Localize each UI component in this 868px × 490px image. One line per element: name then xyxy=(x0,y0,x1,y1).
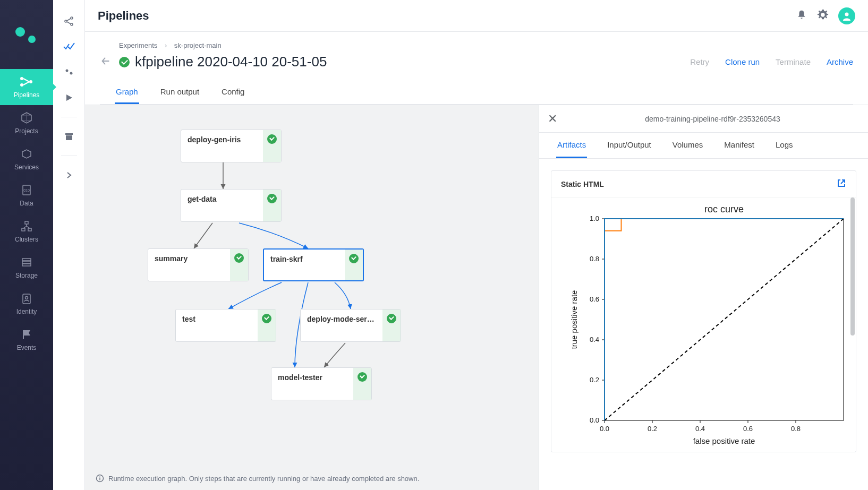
check-icon xyxy=(345,250,363,280)
bell-icon[interactable] xyxy=(796,9,807,22)
graph-canvas[interactable]: deploy-gen-iris get-data summary train-s… xyxy=(85,105,539,490)
check-icon xyxy=(230,249,248,281)
check-icon xyxy=(258,310,276,341)
check-icon xyxy=(382,310,401,341)
retry-button[interactable]: Retry xyxy=(690,57,709,66)
rail-checkmarks-icon[interactable] xyxy=(58,36,80,57)
roc-chart: roc curve0.00.20.40.60.80.00.20.40.60.81… xyxy=(551,197,856,452)
svg-point-20 xyxy=(845,12,849,16)
tab-graph[interactable]: Graph xyxy=(115,81,139,104)
details-panel: ✕ demo-training-pipeline-rdf9r-235326054… xyxy=(539,105,868,490)
svg-text:0.8: 0.8 xyxy=(590,255,599,263)
panel-tab-volumes[interactable]: Volumes xyxy=(671,133,704,158)
svg-rect-5 xyxy=(25,221,28,224)
check-icon xyxy=(263,130,281,162)
page-title: Pipelines xyxy=(98,9,149,23)
svg-rect-18 xyxy=(65,133,73,135)
rail-dots-icon[interactable] xyxy=(58,62,80,83)
panel-title: demo-training-pipeline-rdf9r-2353260543 xyxy=(566,115,860,123)
artifact-card: Static HTML roc curve0.00.20.40.60.80.00… xyxy=(551,170,856,452)
svg-text:010: 010 xyxy=(23,188,30,192)
panel-tab-io[interactable]: Input/Output xyxy=(606,133,652,158)
runtime-note: Runtime execution graph. Only steps that… xyxy=(96,474,419,483)
svg-text:false positive rate: false positive rate xyxy=(693,436,755,445)
secondary-rail xyxy=(53,0,85,490)
svg-point-2 xyxy=(29,80,32,83)
crumb-project[interactable]: sk-project-main xyxy=(174,41,222,49)
svg-point-0 xyxy=(20,77,23,80)
svg-text:0.6: 0.6 xyxy=(743,425,753,433)
node-model-tester[interactable]: model-tester xyxy=(271,367,372,400)
svg-point-16 xyxy=(65,70,68,72)
node-deploy-gen-iris[interactable]: deploy-gen-iris xyxy=(181,130,282,162)
tab-config[interactable]: Config xyxy=(220,81,245,104)
panel-tab-logs[interactable]: Logs xyxy=(775,133,794,158)
svg-point-17 xyxy=(70,72,72,75)
node-deploy-mode-serv[interactable]: deploy-mode-serv… xyxy=(300,309,401,342)
primary-nav: Pipelines Projects Services 010 Data Clu… xyxy=(0,0,53,490)
svg-text:0.8: 0.8 xyxy=(791,425,801,433)
svg-text:true positive rate: true positive rate xyxy=(569,290,578,349)
svg-point-14 xyxy=(71,17,73,19)
panel-tab-manifest[interactable]: Manifest xyxy=(723,133,755,158)
crumb-experiments[interactable]: Experiments xyxy=(119,41,157,49)
nav-storage[interactable]: Storage xyxy=(0,250,53,286)
breadcrumb: Experiments › sk-project-main xyxy=(119,41,853,49)
svg-rect-8 xyxy=(22,259,31,261)
nav-pipelines[interactable]: Pipelines xyxy=(0,69,53,105)
node-get-data[interactable]: get-data xyxy=(181,189,282,222)
svg-rect-6 xyxy=(22,228,25,231)
svg-point-1 xyxy=(20,83,23,87)
open-external-icon[interactable] xyxy=(837,178,846,190)
node-train-skrf[interactable]: train-skrf xyxy=(263,248,364,281)
nav-identity[interactable]: Identity xyxy=(0,286,53,322)
svg-text:0.2: 0.2 xyxy=(590,376,599,384)
clone-run-button[interactable]: Clone run xyxy=(725,57,760,66)
archive-button[interactable]: Archive xyxy=(827,57,853,66)
nav-data[interactable]: 010 Data xyxy=(0,177,53,213)
svg-text:roc curve: roc curve xyxy=(704,204,744,214)
rail-archive-icon[interactable] xyxy=(58,126,80,147)
terminate-button[interactable]: Terminate xyxy=(776,57,811,66)
nav-services[interactable]: Services xyxy=(0,141,53,177)
close-icon[interactable]: ✕ xyxy=(548,113,557,125)
svg-text:0.4: 0.4 xyxy=(590,336,599,343)
svg-text:0.2: 0.2 xyxy=(648,425,657,433)
card-title: Static HTML xyxy=(561,180,604,188)
toolbar: Pipelines xyxy=(85,0,868,32)
node-test[interactable]: test xyxy=(175,309,276,342)
nav-clusters[interactable]: Clusters xyxy=(0,213,53,250)
avatar[interactable] xyxy=(838,7,855,24)
rail-play-icon[interactable] xyxy=(58,87,80,108)
run-title: kfpipeline 2020-04-10 20-51-05 xyxy=(119,54,327,70)
logo xyxy=(0,11,53,64)
svg-text:0.6: 0.6 xyxy=(590,295,599,303)
svg-point-13 xyxy=(65,20,67,22)
nav-events[interactable]: Events xyxy=(0,322,53,358)
check-icon xyxy=(263,190,281,221)
scrollbar-thumb[interactable] xyxy=(850,197,855,336)
svg-point-12 xyxy=(25,297,28,299)
rail-share-icon[interactable] xyxy=(58,11,80,32)
tab-run-output[interactable]: Run output xyxy=(159,81,200,104)
svg-text:0.0: 0.0 xyxy=(600,425,609,433)
check-icon xyxy=(353,368,371,400)
svg-text:0.0: 0.0 xyxy=(590,416,599,424)
gear-icon[interactable] xyxy=(817,9,829,22)
svg-rect-9 xyxy=(22,261,31,263)
svg-rect-7 xyxy=(28,228,31,231)
node-summary[interactable]: summary xyxy=(148,248,249,281)
svg-text:1.0: 1.0 xyxy=(590,214,599,222)
rail-chevron-right-icon[interactable] xyxy=(58,165,80,186)
panel-tab-artifacts[interactable]: Artifacts xyxy=(556,133,587,158)
svg-point-15 xyxy=(71,23,73,25)
svg-text:0.4: 0.4 xyxy=(695,425,705,433)
svg-rect-10 xyxy=(22,264,31,266)
back-button[interactable] xyxy=(100,55,112,68)
status-success-icon xyxy=(119,57,130,67)
nav-projects[interactable]: Projects xyxy=(0,105,53,141)
svg-rect-19 xyxy=(66,135,72,140)
